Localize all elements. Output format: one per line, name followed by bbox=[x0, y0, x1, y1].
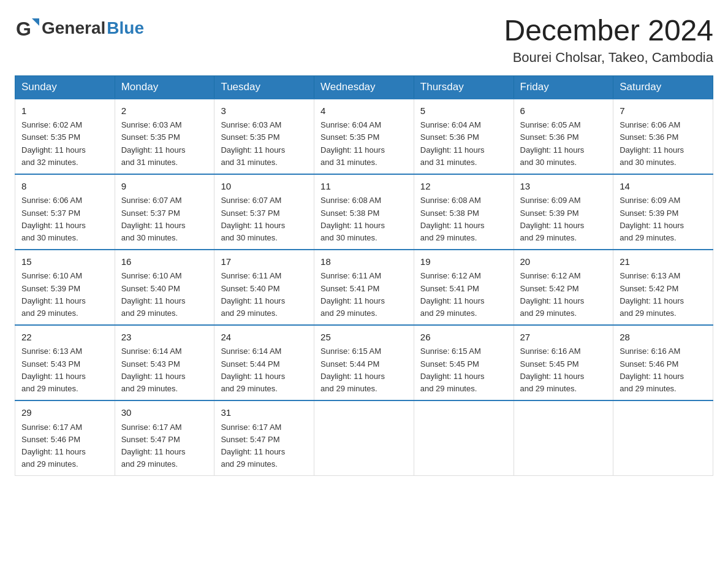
day-info: Sunrise: 6:03 AMSunset: 5:35 PMDaylight:… bbox=[121, 119, 208, 169]
calendar-day-cell bbox=[514, 400, 613, 476]
day-number: 29 bbox=[21, 406, 108, 420]
svg-text:G: G bbox=[16, 18, 31, 40]
calendar-header: SundayMondayTuesdayWednesdayThursdayFrid… bbox=[15, 75, 713, 99]
month-title: December 2024 bbox=[504, 15, 713, 47]
calendar-week-row: 1 Sunrise: 6:02 AMSunset: 5:35 PMDayligh… bbox=[15, 99, 713, 174]
logo-blue-text: Blue bbox=[107, 18, 144, 38]
calendar-day-cell: 26 Sunrise: 6:15 AMSunset: 5:45 PMDaylig… bbox=[414, 325, 514, 400]
day-number: 23 bbox=[121, 331, 208, 345]
calendar-day-cell bbox=[414, 400, 514, 476]
logo-icon: G bbox=[15, 15, 42, 42]
day-number: 5 bbox=[420, 104, 507, 118]
day-info: Sunrise: 6:07 AMSunset: 5:37 PMDaylight:… bbox=[221, 194, 308, 244]
calendar-week-row: 8 Sunrise: 6:06 AMSunset: 5:37 PMDayligh… bbox=[15, 174, 713, 250]
day-info: Sunrise: 6:02 AMSunset: 5:35 PMDaylight:… bbox=[21, 119, 108, 169]
calendar-day-cell: 2 Sunrise: 6:03 AMSunset: 5:35 PMDayligh… bbox=[115, 99, 214, 174]
day-of-week-header: Wednesday bbox=[314, 75, 414, 99]
day-info: Sunrise: 6:07 AMSunset: 5:37 PMDaylight:… bbox=[121, 194, 208, 244]
calendar-week-row: 15 Sunrise: 6:10 AMSunset: 5:39 PMDaylig… bbox=[15, 250, 713, 325]
day-info: Sunrise: 6:11 AMSunset: 5:41 PMDaylight:… bbox=[320, 270, 408, 320]
calendar-day-cell: 8 Sunrise: 6:06 AMSunset: 5:37 PMDayligh… bbox=[15, 174, 115, 250]
calendar-day-cell: 15 Sunrise: 6:10 AMSunset: 5:39 PMDaylig… bbox=[15, 250, 115, 325]
calendar-day-cell: 24 Sunrise: 6:14 AMSunset: 5:44 PMDaylig… bbox=[214, 325, 314, 400]
calendar-day-cell: 16 Sunrise: 6:10 AMSunset: 5:40 PMDaylig… bbox=[115, 250, 214, 325]
day-number: 19 bbox=[420, 255, 507, 269]
location-subtitle: Bourei Cholsar, Takeo, Cambodia bbox=[504, 50, 713, 66]
day-info: Sunrise: 6:13 AMSunset: 5:42 PMDaylight:… bbox=[620, 270, 707, 320]
calendar-day-cell: 6 Sunrise: 6:05 AMSunset: 5:36 PMDayligh… bbox=[514, 99, 613, 174]
day-number: 11 bbox=[320, 180, 408, 194]
day-number: 6 bbox=[520, 104, 607, 118]
calendar-day-cell: 13 Sunrise: 6:09 AMSunset: 5:39 PMDaylig… bbox=[514, 174, 613, 250]
day-of-week-header: Monday bbox=[115, 75, 214, 99]
calendar-day-cell: 17 Sunrise: 6:11 AMSunset: 5:40 PMDaylig… bbox=[214, 250, 314, 325]
day-number: 8 bbox=[21, 180, 108, 194]
day-number: 12 bbox=[420, 180, 507, 194]
day-of-week-header: Tuesday bbox=[214, 75, 314, 99]
day-number: 18 bbox=[320, 255, 408, 269]
calendar-day-cell: 21 Sunrise: 6:13 AMSunset: 5:42 PMDaylig… bbox=[613, 250, 713, 325]
day-number: 17 bbox=[221, 255, 308, 269]
day-of-week-header: Saturday bbox=[613, 75, 713, 99]
calendar-day-cell: 23 Sunrise: 6:14 AMSunset: 5:43 PMDaylig… bbox=[115, 325, 214, 400]
day-number: 1 bbox=[21, 104, 108, 118]
calendar-day-cell: 30 Sunrise: 6:17 AMSunset: 5:47 PMDaylig… bbox=[115, 400, 214, 476]
day-number: 22 bbox=[21, 331, 108, 345]
day-number: 25 bbox=[320, 331, 408, 345]
page-header: G General Blue December 2024 Bourei Chol… bbox=[15, 15, 713, 66]
day-info: Sunrise: 6:12 AMSunset: 5:41 PMDaylight:… bbox=[420, 270, 507, 320]
calendar-day-cell: 4 Sunrise: 6:04 AMSunset: 5:35 PMDayligh… bbox=[314, 99, 414, 174]
calendar-week-row: 29 Sunrise: 6:17 AMSunset: 5:46 PMDaylig… bbox=[15, 400, 713, 476]
day-number: 3 bbox=[221, 104, 308, 118]
day-number: 15 bbox=[21, 255, 108, 269]
calendar-day-cell: 19 Sunrise: 6:12 AMSunset: 5:41 PMDaylig… bbox=[414, 250, 514, 325]
day-number: 28 bbox=[620, 331, 707, 345]
day-info: Sunrise: 6:13 AMSunset: 5:43 PMDaylight:… bbox=[21, 345, 108, 395]
day-info: Sunrise: 6:15 AMSunset: 5:45 PMDaylight:… bbox=[420, 345, 507, 395]
day-info: Sunrise: 6:09 AMSunset: 5:39 PMDaylight:… bbox=[620, 194, 707, 244]
day-info: Sunrise: 6:14 AMSunset: 5:43 PMDaylight:… bbox=[121, 345, 208, 395]
calendar-day-cell: 9 Sunrise: 6:07 AMSunset: 5:37 PMDayligh… bbox=[115, 174, 214, 250]
calendar-day-cell: 18 Sunrise: 6:11 AMSunset: 5:41 PMDaylig… bbox=[314, 250, 414, 325]
calendar-day-cell: 14 Sunrise: 6:09 AMSunset: 5:39 PMDaylig… bbox=[613, 174, 713, 250]
calendar-day-cell bbox=[314, 400, 414, 476]
day-info: Sunrise: 6:10 AMSunset: 5:39 PMDaylight:… bbox=[21, 270, 108, 320]
day-info: Sunrise: 6:10 AMSunset: 5:40 PMDaylight:… bbox=[121, 270, 208, 320]
day-number: 30 bbox=[121, 406, 208, 420]
logo-general-text: General bbox=[42, 18, 105, 38]
calendar-day-cell bbox=[613, 400, 713, 476]
day-number: 14 bbox=[620, 180, 707, 194]
calendar-day-cell: 29 Sunrise: 6:17 AMSunset: 5:46 PMDaylig… bbox=[15, 400, 115, 476]
calendar-day-cell: 3 Sunrise: 6:03 AMSunset: 5:35 PMDayligh… bbox=[214, 99, 314, 174]
day-info: Sunrise: 6:06 AMSunset: 5:37 PMDaylight:… bbox=[21, 194, 108, 244]
day-info: Sunrise: 6:17 AMSunset: 5:47 PMDaylight:… bbox=[121, 421, 208, 471]
calendar-day-cell: 10 Sunrise: 6:07 AMSunset: 5:37 PMDaylig… bbox=[214, 174, 314, 250]
day-number: 31 bbox=[221, 406, 308, 420]
day-of-week-header: Friday bbox=[514, 75, 613, 99]
day-number: 2 bbox=[121, 104, 208, 118]
day-info: Sunrise: 6:09 AMSunset: 5:39 PMDaylight:… bbox=[520, 194, 607, 244]
day-number: 10 bbox=[221, 180, 308, 194]
day-number: 7 bbox=[620, 104, 707, 118]
day-info: Sunrise: 6:03 AMSunset: 5:35 PMDaylight:… bbox=[221, 119, 308, 169]
calendar-day-cell: 7 Sunrise: 6:06 AMSunset: 5:36 PMDayligh… bbox=[613, 99, 713, 174]
calendar-day-cell: 12 Sunrise: 6:08 AMSunset: 5:38 PMDaylig… bbox=[414, 174, 514, 250]
day-info: Sunrise: 6:17 AMSunset: 5:47 PMDaylight:… bbox=[221, 421, 308, 471]
day-number: 21 bbox=[620, 255, 707, 269]
calendar-day-cell: 22 Sunrise: 6:13 AMSunset: 5:43 PMDaylig… bbox=[15, 325, 115, 400]
calendar-day-cell: 11 Sunrise: 6:08 AMSunset: 5:38 PMDaylig… bbox=[314, 174, 414, 250]
day-info: Sunrise: 6:08 AMSunset: 5:38 PMDaylight:… bbox=[320, 194, 408, 244]
day-info: Sunrise: 6:05 AMSunset: 5:36 PMDaylight:… bbox=[520, 119, 607, 169]
day-number: 16 bbox=[121, 255, 208, 269]
day-info: Sunrise: 6:11 AMSunset: 5:40 PMDaylight:… bbox=[221, 270, 308, 320]
day-info: Sunrise: 6:16 AMSunset: 5:45 PMDaylight:… bbox=[520, 345, 607, 395]
logo: G General Blue bbox=[15, 15, 144, 42]
day-info: Sunrise: 6:08 AMSunset: 5:38 PMDaylight:… bbox=[420, 194, 507, 244]
day-number: 24 bbox=[221, 331, 308, 345]
calendar-table: SundayMondayTuesdayWednesdayThursdayFrid… bbox=[15, 75, 713, 476]
calendar-day-cell: 31 Sunrise: 6:17 AMSunset: 5:47 PMDaylig… bbox=[214, 400, 314, 476]
day-info: Sunrise: 6:04 AMSunset: 5:35 PMDaylight:… bbox=[320, 119, 408, 169]
day-info: Sunrise: 6:15 AMSunset: 5:44 PMDaylight:… bbox=[320, 345, 408, 395]
svg-marker-1 bbox=[32, 18, 39, 26]
day-info: Sunrise: 6:06 AMSunset: 5:36 PMDaylight:… bbox=[620, 119, 707, 169]
